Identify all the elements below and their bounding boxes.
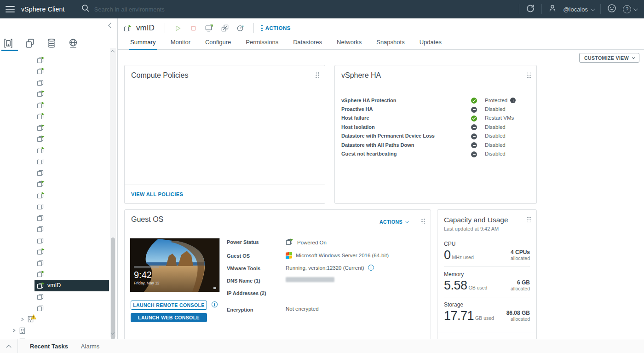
tree-item-vm[interactable] (0, 224, 109, 235)
remote-console-info-icon[interactable] (212, 301, 218, 307)
console-screenshot[interactable]: 9:42 Friday, May 12 (130, 238, 220, 292)
tree-item-vm[interactable] (0, 179, 109, 190)
tree-item-vm[interactable] (0, 257, 109, 269)
bottom-tab-recent-tasks[interactable]: Recent Tasks (30, 343, 68, 350)
guest-os-actions-button[interactable]: ACTIONS (380, 219, 408, 225)
guest-os-field: DNS Name (1) (227, 277, 424, 284)
status-disabled-icon (471, 107, 477, 113)
guest-os-field-value: Powered On (297, 240, 327, 245)
vm-icon (37, 79, 45, 86)
tab-summary[interactable]: Summary (129, 38, 157, 49)
tab-monitor[interactable]: Monitor (170, 38, 191, 49)
power-on-icon[interactable] (172, 23, 184, 34)
scrollbar-thumb[interactable] (111, 237, 115, 340)
vm-icon (37, 203, 45, 210)
tree-item-vm[interactable] (0, 291, 109, 303)
warning-icon (31, 314, 36, 319)
status-disabled-icon (471, 124, 477, 130)
tree-item-vm[interactable]: vmID (34, 280, 109, 291)
capacity-label: CPU (444, 241, 530, 247)
info-icon[interactable] (368, 265, 374, 271)
migrate-icon[interactable] (219, 23, 230, 34)
tree-item-vm[interactable] (0, 302, 109, 314)
tree-item-vm[interactable] (0, 212, 109, 224)
tree-item-vm[interactable] (0, 122, 109, 133)
nav-vms-and-templates[interactable] (24, 36, 35, 50)
tree-item-vm[interactable] (0, 111, 109, 122)
launch-web-console-button[interactable]: LAUNCH WEB CONSOLE (131, 313, 207, 322)
inventory-tree: vmID (0, 54, 109, 339)
tab-datastores[interactable]: Datastores (292, 38, 323, 49)
drag-handle-icon[interactable] (527, 72, 531, 78)
tree-item-vm[interactable] (0, 269, 109, 280)
scroll-up-icon[interactable] (111, 50, 115, 54)
ha-row-value: Disabled (485, 133, 506, 139)
tree-item-vm[interactable] (0, 99, 109, 111)
chevron-down-icon (591, 6, 595, 11)
expand-caret-icon[interactable] (12, 328, 16, 333)
tree-item-vm[interactable] (0, 54, 109, 66)
launch-console-icon[interactable] (204, 23, 215, 34)
view-all-policies-link[interactable]: VIEW ALL POLICIES (131, 191, 183, 197)
tree-item-vm[interactable] (0, 145, 109, 156)
tree-item-host[interactable] (0, 314, 109, 325)
nav-hosts-and-clusters[interactable] (3, 36, 14, 50)
tree-item-vm[interactable] (0, 190, 109, 201)
vm-actions-button[interactable]: ACTIONS (261, 25, 291, 31)
snapshot-icon[interactable] (235, 23, 246, 34)
feedback-icon[interactable] (607, 4, 616, 15)
power-off-icon[interactable] (188, 23, 199, 34)
user-icon[interactable] (548, 4, 557, 14)
menu-icon[interactable] (6, 6, 15, 12)
scroll-down-icon[interactable] (111, 331, 115, 336)
tree-item-vm[interactable] (0, 77, 109, 88)
divider (165, 23, 165, 33)
drag-handle-icon[interactable] (315, 72, 319, 78)
tree-item-vm[interactable] (0, 235, 109, 246)
drag-handle-icon[interactable] (421, 218, 425, 224)
launch-remote-console-button[interactable]: LAUNCH REMOTE CONSOLE (131, 301, 207, 310)
tab-permissions[interactable]: Permissions (245, 38, 279, 49)
nav-storage[interactable] (46, 36, 57, 50)
expand-panel-icon[interactable] (0, 344, 17, 348)
global-search[interactable]: Search in all environments (81, 4, 519, 14)
tree-item-cluster[interactable] (0, 325, 109, 336)
collapse-sidebar-icon[interactable] (107, 23, 114, 29)
bottom-tab-alarms[interactable]: Alarms (81, 343, 99, 350)
tree-item-vm[interactable] (0, 201, 109, 213)
tree-item-vm[interactable] (0, 167, 109, 179)
compute-policies-card: Compute Policies VIEW ALL POLICIES (124, 65, 325, 204)
tree-item-vm[interactable] (0, 156, 109, 168)
info-icon[interactable] (510, 98, 516, 103)
vm-icon (37, 90, 45, 97)
vm-icon (286, 238, 293, 245)
chevron-down-icon (633, 6, 638, 11)
vsphere-ha-card: vSphere HA vSphere HA ProtectionProtecte… (334, 65, 537, 204)
tab-snapshots[interactable]: Snapshots (375, 38, 405, 49)
ha-row-value: Disabled (485, 151, 506, 156)
sidebar-scrollbar[interactable] (110, 48, 116, 337)
ha-row-label: vSphere HA Protection (341, 98, 471, 103)
tab-updates[interactable]: Updates (419, 38, 443, 49)
nav-networking[interactable] (68, 36, 79, 50)
tree-item-vm[interactable] (0, 133, 109, 145)
drag-handle-icon[interactable] (527, 216, 531, 222)
tree-item-vm[interactable] (0, 246, 109, 258)
tab-configure[interactable]: Configure (204, 38, 232, 49)
guest-os-field: VMware ToolsRunning, version:12320 (Curr… (227, 265, 424, 271)
help-menu[interactable]: ? (623, 5, 637, 13)
refresh-icon[interactable] (526, 4, 535, 15)
customize-view-button[interactable]: CUSTOMIZE VIEW (579, 53, 639, 63)
vm-titlebar: vmID ACTIONS (118, 18, 644, 38)
vm-icon (124, 25, 132, 32)
summary-content: CUSTOMIZE VIEW Compute Policies VIEW ALL… (118, 50, 644, 339)
vm-name: vmID (136, 23, 155, 33)
tree-item-vm[interactable] (0, 88, 109, 100)
expand-caret-icon[interactable] (20, 317, 24, 322)
username: @localos (563, 6, 588, 13)
tab-networks[interactable]: Networks (336, 38, 362, 49)
user-menu[interactable]: @localos (563, 6, 594, 13)
card-title: vSphere HA (341, 71, 381, 80)
ha-status-row: Guest not heartbeatingDisabled (341, 149, 530, 158)
tree-item-vm[interactable] (0, 66, 109, 77)
